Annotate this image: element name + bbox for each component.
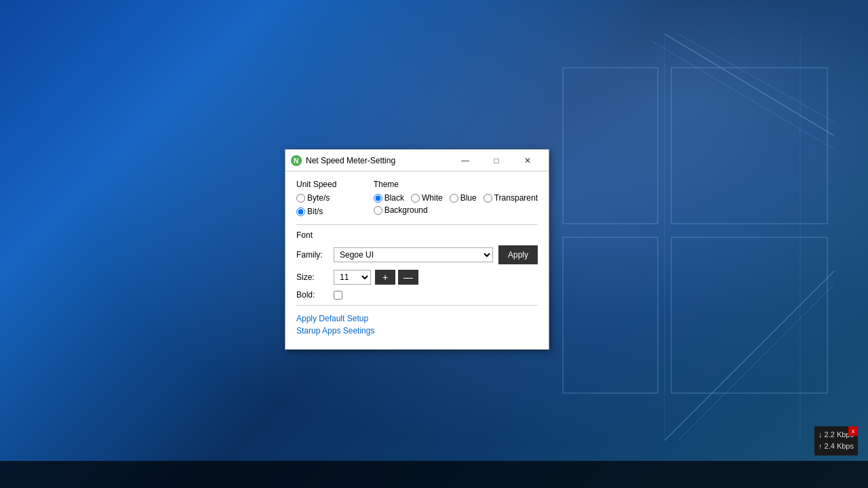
font-size-row: Size: 11 8 9 10 12 14 + — (296, 270, 538, 285)
svg-line-3 (665, 271, 834, 441)
startup-apps-link[interactable]: Starup Apps Seetings (296, 326, 538, 336)
dialog-titlebar: N Net Speed Meter-Setting — □ ✕ (285, 150, 549, 171)
unit-speed-label: Unit Speed (296, 180, 347, 189)
transparent-theme-option[interactable]: Transparent (484, 193, 538, 203)
font-bold-label: Bold: (296, 290, 334, 300)
svg-line-2 (651, 41, 834, 149)
minimize-button[interactable]: — (450, 150, 481, 171)
bits-label: Bit/s (307, 207, 323, 216)
divider (296, 224, 538, 225)
theme-section: Theme Black White Blue (374, 180, 538, 216)
background-theme-radio[interactable] (374, 206, 382, 215)
dialog-body: Unit Speed Byte/s Bit/s Theme (285, 171, 549, 349)
white-theme-radio[interactable] (411, 194, 420, 203)
blue-theme-label: Blue (460, 193, 477, 203)
font-family-label: Family: (296, 250, 334, 260)
font-bold-row: Bold: (296, 290, 538, 300)
unit-speed-section: Unit Speed Byte/s Bit/s (296, 180, 347, 216)
bytes-label: Byte/s (307, 193, 330, 203)
theme-row2: Background (374, 205, 538, 215)
settings-dialog: N Net Speed Meter-Setting — □ ✕ Unit Spe… (285, 149, 549, 350)
unit-speed-options: Byte/s Bit/s (296, 193, 347, 216)
theme-label: Theme (374, 180, 538, 189)
blue-theme-option[interactable]: Blue (450, 193, 477, 203)
maximize-button[interactable]: □ (481, 150, 512, 171)
size-decrease-button[interactable]: — (398, 270, 418, 285)
black-theme-radio[interactable] (374, 194, 382, 203)
background-theme-option[interactable]: Background (374, 205, 428, 215)
theme-row1: Black White Blue Transparent (374, 193, 538, 203)
divider2 (296, 305, 538, 306)
windows-logo-decoration (529, 34, 834, 441)
white-theme-label: White (422, 193, 443, 203)
desktop: N Net Speed Meter-Setting — □ ✕ Unit Spe… (0, 0, 868, 488)
bits-radio[interactable] (296, 207, 305, 216)
transparent-theme-label: Transparent (494, 193, 538, 203)
upload-speed: ↑ 2.4 Kbps (818, 441, 854, 453)
top-sections: Unit Speed Byte/s Bit/s Theme (296, 180, 538, 216)
font-section-label: Font (296, 230, 538, 240)
apply-button[interactable]: Apply (498, 245, 538, 264)
apply-default-link[interactable]: Apply Default Setup (296, 314, 538, 323)
size-buttons: + — (375, 270, 418, 285)
bytes-radio[interactable] (296, 194, 305, 203)
font-family-row: Family: Segoe UI Arial Calibri Apply (296, 245, 538, 264)
title-buttons: — □ ✕ (450, 150, 543, 171)
svg-line-4 (678, 285, 834, 441)
speed-meter-widget: ↓ 2.2 Kbps ↑ 2.4 Kbps x (814, 426, 858, 455)
size-increase-button[interactable]: + (375, 270, 395, 285)
blue-theme-radio[interactable] (450, 194, 458, 203)
bold-checkbox[interactable] (334, 291, 342, 300)
app-icon: N (291, 155, 302, 166)
font-section: Font Family: Segoe UI Arial Calibri Appl… (296, 230, 538, 300)
svg-text:N: N (294, 157, 298, 165)
svg-line-0 (665, 34, 834, 136)
font-family-select[interactable]: Segoe UI Arial Calibri (334, 247, 493, 262)
background-theme-label: Background (384, 205, 428, 215)
font-size-select[interactable]: 11 8 9 10 12 14 (334, 270, 371, 285)
bits-option[interactable]: Bit/s (296, 207, 323, 216)
speed-meter-close[interactable]: x (848, 426, 858, 436)
black-theme-label: Black (384, 193, 404, 203)
font-size-label: Size: (296, 272, 334, 282)
close-button[interactable]: ✕ (512, 150, 543, 171)
transparent-theme-radio[interactable] (484, 194, 492, 203)
black-theme-option[interactable]: Black (374, 193, 404, 203)
bytes-option[interactable]: Byte/s (296, 193, 330, 203)
dialog-title: Net Speed Meter-Setting (306, 156, 450, 165)
white-theme-option[interactable]: White (411, 193, 443, 203)
svg-line-1 (678, 34, 834, 122)
taskbar (0, 461, 868, 488)
links-section: Apply Default Setup Starup Apps Seetings (296, 311, 538, 336)
